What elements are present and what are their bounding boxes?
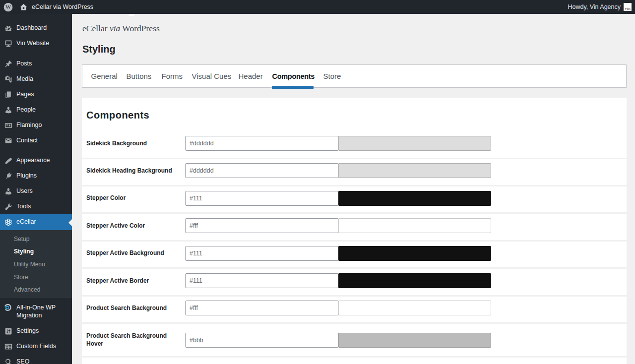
svg-text:W: W [5,3,11,10]
